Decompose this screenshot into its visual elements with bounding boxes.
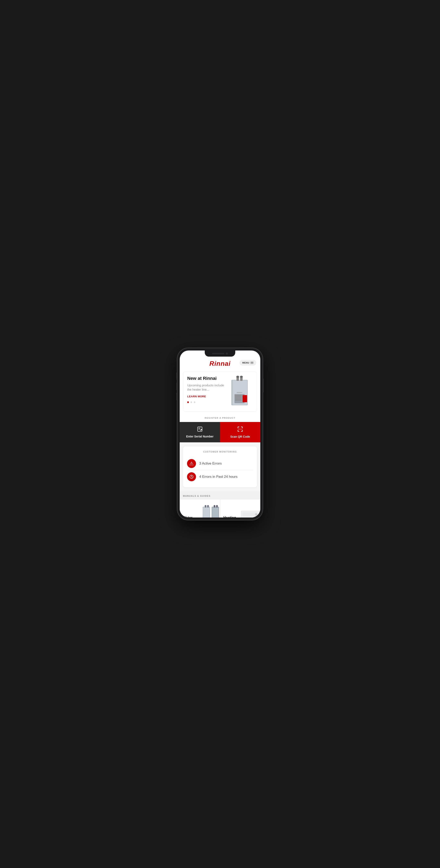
serial-button-label: Enter Serial Number [186,435,214,438]
heating-products-label: HeatingProducts [224,516,239,518]
svg-rect-11 [235,399,242,399]
scan-qr-button[interactable]: Scan QR Code [220,422,260,442]
svg-rect-25 [203,507,210,518]
hero-text: New at Rinnai Upcoming products include … [187,376,226,403]
product-image-svg: RINNAI [227,376,252,408]
notch [205,350,235,356]
monitoring-section: CUSTOMER MONITORING 3 Active Errors [180,442,260,491]
heating-products-card[interactable]: HeatingProducts [220,500,261,518]
svg-text:RINNAI: RINNAI [237,392,242,394]
qr-button-label: Scan QR Code [230,435,250,438]
carousel-dot-3[interactable] [194,401,195,403]
water-heaters-label: WaterHeaters [183,516,196,518]
svg-rect-31 [216,505,218,507]
app-header: Rinnai MENU [180,356,260,369]
manuals-title: MANUALS & GUIDES [180,495,260,500]
active-errors-text: 3 Active Errors [199,462,222,466]
clock-icon [187,472,196,481]
active-errors-item[interactable]: 3 Active Errors [187,457,253,470]
svg-rect-8 [235,395,242,396]
svg-rect-10 [235,398,242,398]
camera [226,352,228,354]
edit-icon [197,426,203,433]
register-label: REGISTER A PRODUCT [182,417,258,419]
menu-label: MENU [242,362,249,364]
svg-rect-29 [207,505,209,507]
past-errors-text: 4 Errors in Past 24 hours [199,475,237,479]
app-logo: Rinnai [209,360,231,367]
monitoring-title: CUSTOMER MONITORING [187,451,253,453]
carousel-dot-2[interactable] [191,401,192,403]
svg-point-4 [236,376,239,378]
monitoring-card: CUSTOMER MONITORING 3 Active Errors [183,446,257,487]
register-section: REGISTER A PRODUCT [180,414,260,422]
screen-content: Rinnai MENU New at Rinnai Upcoming produ… [180,350,260,518]
manuals-grid: WaterHeaters [180,500,260,518]
phone-screen: Rinnai MENU New at Rinnai Upcoming produ… [180,350,260,518]
past-errors-item[interactable]: 4 Errors in Past 24 hours [187,470,253,483]
hero-description: Upcoming products include the heater lin… [187,383,226,392]
qr-icon [237,426,243,433]
manuals-section: MANUALS & GUIDES WaterHeaters [180,491,260,518]
svg-point-5 [240,376,243,378]
svg-line-18 [200,430,200,431]
water-heaters-card[interactable]: WaterHeaters [180,500,220,518]
svg-point-51 [256,514,257,515]
svg-rect-27 [212,507,218,518]
carousel-dots [187,401,226,403]
learn-more-link[interactable]: LEARN MORE [187,395,206,398]
hero-banner: New at Rinnai Upcoming products include … [183,371,257,412]
menu-button[interactable]: MENU [240,360,256,366]
phone-frame: Rinnai MENU New at Rinnai Upcoming produ… [177,348,263,520]
heating-product-image [240,504,260,518]
water-heater-image [200,504,220,518]
svg-rect-14 [231,380,233,405]
warning-icon [187,459,196,468]
hamburger-icon [250,362,253,364]
hero-title: New at Rinnai [187,376,226,381]
action-buttons: Enter Serial Number [180,422,260,442]
svg-point-23 [191,476,192,477]
carousel-dot-1[interactable] [187,401,189,403]
hero-product-image: RINNAI [226,376,253,408]
svg-rect-30 [214,505,215,507]
svg-rect-28 [205,505,206,507]
svg-rect-9 [235,396,242,397]
speaker [212,353,224,354]
enter-serial-button[interactable]: Enter Serial Number [180,422,220,442]
svg-rect-12 [235,400,242,401]
svg-rect-7 [243,395,247,402]
